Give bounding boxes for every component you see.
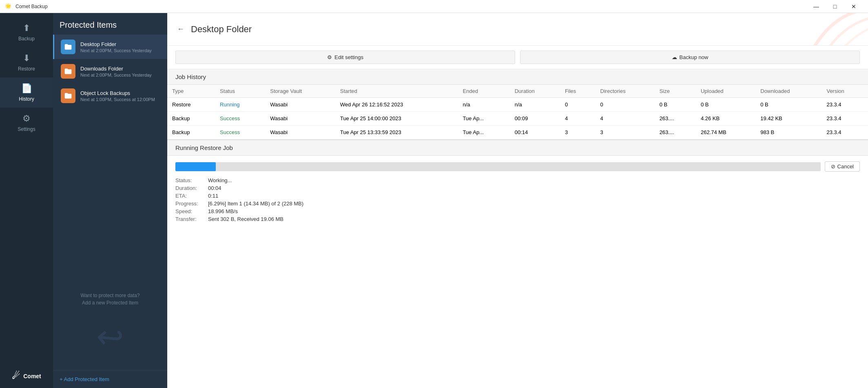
cell-duration: n/a <box>510 98 560 112</box>
cell-directories: 4 <box>596 112 655 126</box>
cell-vault: Wasabi <box>265 112 335 126</box>
col-started: Started <box>335 85 458 98</box>
history-icon: 📄 <box>21 83 32 94</box>
cell-type: Restore <box>167 98 215 112</box>
cell-version: 23.3.4 <box>822 98 868 112</box>
col-type: Type <box>167 85 215 98</box>
eta-label: ETA: <box>175 193 208 199</box>
promo-line2: Add a new Protected Item <box>82 300 138 306</box>
sidebar-item-restore[interactable]: ⬇ Restore <box>0 47 53 77</box>
cell-size: 0 B <box>655 98 696 112</box>
status-label: Status: <box>175 177 208 183</box>
add-protected-item-button[interactable]: + Add Protected Item <box>53 370 167 388</box>
minimize-button[interactable]: — <box>807 0 826 13</box>
promo-line1: Want to protect more data? <box>81 293 140 298</box>
cell-files: 3 <box>560 126 596 139</box>
arrow-decoration: ↩ <box>58 309 163 366</box>
cell-uploaded: 4.26 KB <box>696 112 755 126</box>
nav-bottom-label: Comet <box>23 373 41 379</box>
status-value: Working... <box>208 177 232 183</box>
job-history-table-container: Type Status Storage Vault Started Ended … <box>167 85 868 139</box>
sidebar-item-backup[interactable]: ⬆ Backup <box>0 17 53 47</box>
gear-icon: ⚙ <box>327 54 332 60</box>
cell-downloaded: 983 B <box>755 126 822 139</box>
cell-type: Backup <box>167 126 215 139</box>
desktop-folder-info: Desktop Folder Next at 2:00PM, Success Y… <box>80 41 161 53</box>
object-lock-info: Object Lock Backups Next at 1:00PM, Succ… <box>80 90 161 102</box>
cell-directories: 0 <box>596 98 655 112</box>
job-history-thead: Type Status Storage Vault Started Ended … <box>167 85 868 98</box>
sidebar-item-history-label: History <box>19 96 34 102</box>
toolbar: ⚙ Edit settings ☁ Backup now <box>167 46 868 69</box>
object-lock-name: Object Lock Backups <box>80 90 161 96</box>
sidebar-item-settings-label: Settings <box>18 126 35 132</box>
cell-status: Success <box>215 126 265 139</box>
downloads-folder-subtitle: Next at 2:00PM, Success Yesterday <box>80 73 161 77</box>
window-controls: — □ ✕ <box>807 0 863 13</box>
status-row: Status: Working... <box>175 176 860 184</box>
cell-vault: Wasabi <box>265 126 335 139</box>
cell-directories: 3 <box>596 126 655 139</box>
edit-settings-button[interactable]: ⚙ Edit settings <box>175 51 515 64</box>
comet-logo-icon: ☄ <box>12 371 20 381</box>
settings-icon: ⚙ <box>22 113 31 124</box>
desktop-folder-name: Desktop Folder <box>80 41 161 47</box>
cell-files: 0 <box>560 98 596 112</box>
protected-item-object-lock[interactable]: Object Lock Backups Next at 1:00PM, Succ… <box>53 84 167 108</box>
cell-ended: n/a <box>458 98 509 112</box>
sidebar-item-settings[interactable]: ⚙ Settings <box>0 108 53 138</box>
app-icon: 🌟 <box>5 3 12 10</box>
nav-sidebar: ⬆ Backup ⬇ Restore 📄 History ⚙ Settings … <box>0 13 53 388</box>
protected-item-downloads-folder[interactable]: Downloads Folder Next at 2:00PM, Success… <box>53 59 167 84</box>
running-job-content: ⊘ Cancel Status: Working... Duration: 00… <box>167 156 868 229</box>
cell-version: 23.3.4 <box>822 112 868 126</box>
column-headers-row: Type Status Storage Vault Started Ended … <box>167 85 868 98</box>
job-history-tbody: Restore Running Wasabi Wed Apr 26 12:16:… <box>167 98 868 139</box>
col-vault: Storage Vault <box>265 85 335 98</box>
duration-label: Duration: <box>175 185 208 191</box>
progress-label: Progress: <box>175 201 208 207</box>
progress-bar-container <box>175 162 821 171</box>
cell-downloaded: 19.42 KB <box>755 112 822 126</box>
speed-value: 18.996 MB/s <box>208 208 238 214</box>
cell-size: 263.... <box>655 112 696 126</box>
back-button[interactable]: ← <box>175 23 186 35</box>
maximize-button[interactable]: □ <box>826 0 844 13</box>
protected-item-desktop-folder[interactable]: Desktop Folder Next at 2:00PM, Success Y… <box>53 35 167 59</box>
cell-uploaded: 262.74 MB <box>696 126 755 139</box>
protected-items-panel: Protected Items Desktop Folder Next at 2… <box>53 13 167 388</box>
desktop-folder-subtitle: Next at 2:00PM, Success Yesterday <box>80 48 161 53</box>
sidebar-item-history[interactable]: 📄 History <box>0 77 53 108</box>
cell-ended: Tue Ap... <box>458 126 509 139</box>
col-size: Size <box>655 85 696 98</box>
backup-icon: ⬆ <box>23 23 30 33</box>
transfer-label: Transfer: <box>175 216 208 222</box>
app-body: ⬆ Backup ⬇ Restore 📄 History ⚙ Settings … <box>0 13 868 388</box>
speed-row: Speed: 18.996 MB/s <box>175 207 860 215</box>
table-row[interactable]: Backup Success Wasabi Tue Apr 25 13:33:5… <box>167 126 868 139</box>
header-decoration <box>795 13 868 46</box>
cell-started: Wed Apr 26 12:16:52 2023 <box>335 98 458 112</box>
cell-started: Tue Apr 25 13:33:59 2023 <box>335 126 458 139</box>
titlebar-title: Comet Backup <box>16 4 807 9</box>
progress-value: [6.29%] Item 1 (14.34 MB) of 2 (228 MB) <box>208 201 303 207</box>
backup-now-button[interactable]: ☁ Backup now <box>520 51 860 64</box>
col-ended: Ended <box>458 85 509 98</box>
duration-row: Duration: 00:04 <box>175 184 860 192</box>
close-button[interactable]: ✕ <box>844 0 863 13</box>
main-content: ← Desktop Folder ⚙ Edit settings ☁ Backu… <box>167 13 868 388</box>
edit-settings-label: Edit settings <box>334 54 363 60</box>
sidebar-item-restore-label: Restore <box>18 66 35 72</box>
downloads-folder-info: Downloads Folder Next at 2:00PM, Success… <box>80 66 161 77</box>
sidebar-item-backup-label: Backup <box>18 36 35 42</box>
cancel-button[interactable]: ⊘ Cancel <box>825 161 860 172</box>
table-row[interactable]: Backup Success Wasabi Tue Apr 25 14:00:0… <box>167 112 868 126</box>
cell-status: Running <box>215 98 265 112</box>
cell-type: Backup <box>167 112 215 126</box>
progress-bar-fill <box>175 162 216 171</box>
col-duration: Duration <box>510 85 560 98</box>
content-scroll: Job History Type Status Storage Vault St… <box>167 69 868 388</box>
table-row[interactable]: Restore Running Wasabi Wed Apr 26 12:16:… <box>167 98 868 112</box>
promo-text: Want to protect more data? Add a new Pro… <box>53 284 167 370</box>
col-version: Version <box>822 85 868 98</box>
